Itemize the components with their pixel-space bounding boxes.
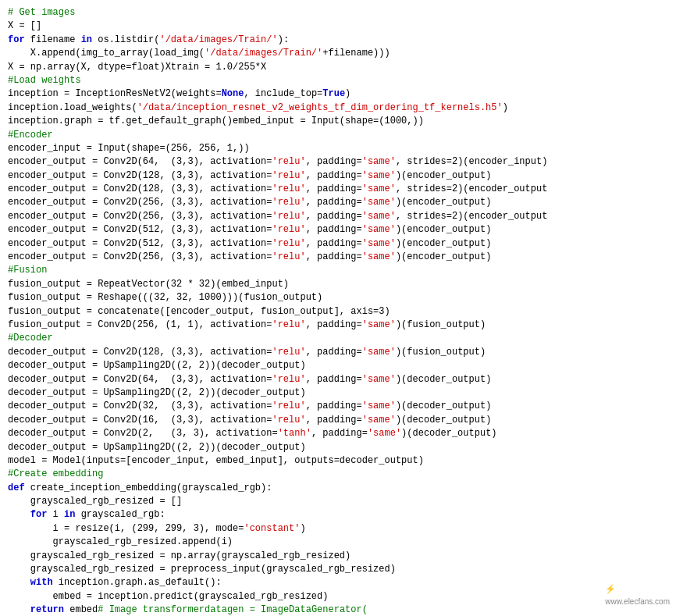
code-line: return embed# Image transformerdatagen =… <box>8 604 668 616</box>
code-line: encoder_output = Conv2D(256, (3,3), acti… <box>8 251 668 264</box>
code-line: #Create embedding <box>8 468 668 481</box>
code-line: # Get images <box>8 6 668 20</box>
code-line: inception.graph = tf.get_default_graph()… <box>8 115 668 128</box>
code-line: decoder_output = Conv2D(64, (3,3), activ… <box>8 373 668 386</box>
code-line: decoder_output = UpSampling2D((2, 2))(de… <box>8 441 668 454</box>
code-line: grayscaled_rgb_resized = [] <box>8 495 668 508</box>
code-line: decoder_output = Conv2D(16, (3,3), activ… <box>8 414 668 427</box>
code-line: X = [] <box>8 20 668 33</box>
code-line: decoder_output = UpSampling2D((2, 2))(de… <box>8 386 668 400</box>
code-line: decoder_output = UpSampling2D((2, 2))(de… <box>8 359 668 372</box>
code-line: embed = inception.predict(grayscaled_rgb… <box>8 590 668 604</box>
code-container: # Get imagesX = []for filename in os.lis… <box>0 0 676 616</box>
code-line: encoder_output = Conv2D(128, (3,3), acti… <box>8 183 668 196</box>
watermark-icon: ⚡ <box>605 584 616 593</box>
code-line: for i in grayscaled_rgb: <box>8 508 668 522</box>
code-line: #Decoder <box>8 332 668 345</box>
code-line: fusion_output = Reshape(((32, 32, 1000))… <box>8 291 668 304</box>
code-line: #Load weights <box>8 74 668 87</box>
code-line: X = np.array(X, dtype=float)Xtrain = 1.0… <box>8 61 668 74</box>
code-line: X.append(img_to_array(load_img('/data/im… <box>8 47 668 60</box>
watermark-url: www.elecfans.com <box>605 597 670 606</box>
code-line: fusion_output = Conv2D(256, (1, 1), acti… <box>8 319 668 332</box>
code-line: inception = InceptionResNetV2(weights=No… <box>8 87 668 101</box>
code-line: encoder_output = Conv2D(128, (3,3), acti… <box>8 169 668 183</box>
code-line: encoder_output = Conv2D(512, (3,3), acti… <box>8 223 668 237</box>
code-line: fusion_output = RepeatVector(32 * 32)(em… <box>8 278 668 291</box>
code-lines: # Get imagesX = []for filename in os.lis… <box>8 6 668 616</box>
code-line: decoder_output = Conv2D(128, (3,3), acti… <box>8 346 668 359</box>
code-line: encoder_output = Conv2D(256, (3,3), acti… <box>8 210 668 223</box>
code-line: grayscaled_rgb_resized = preprocess_inpu… <box>8 563 668 576</box>
code-line: model = Model(inputs=[encoder_input, emb… <box>8 454 668 468</box>
code-line: encoder_output = Conv2D(512, (3,3), acti… <box>8 237 668 251</box>
code-line: #Encoder <box>8 129 668 142</box>
code-line: with inception.graph.as_default(): <box>8 576 668 589</box>
code-line: decoder_output = Conv2D(32, (3,3), activ… <box>8 400 668 413</box>
code-line: grayscaled_rgb_resized = np.array(graysc… <box>8 550 668 563</box>
code-line: fusion_output = concatenate([encoder_out… <box>8 305 668 319</box>
watermark: ⚡ www.elecfans.com <box>605 583 670 608</box>
code-line: def create_inception_embedding(grayscale… <box>8 482 668 495</box>
code-line: decoder_output = Conv2D(2, (3, 3), activ… <box>8 427 668 440</box>
code-line: encoder_output = Conv2D(64, (3,3), activ… <box>8 155 668 169</box>
code-line: encoder_output = Conv2D(256, (3,3), acti… <box>8 196 668 209</box>
code-line: grayscaled_rgb_resized.append(i) <box>8 536 668 549</box>
code-line: inception.load_weights('/data/inception_… <box>8 101 668 115</box>
code-line: for filename in os.listdir('/data/images… <box>8 34 668 47</box>
code-line: i = resize(i, (299, 299, 3), mode='const… <box>8 522 668 536</box>
code-line: encoder_input = Input(shape=(256, 256, 1… <box>8 142 668 155</box>
code-line: #Fusion <box>8 264 668 277</box>
